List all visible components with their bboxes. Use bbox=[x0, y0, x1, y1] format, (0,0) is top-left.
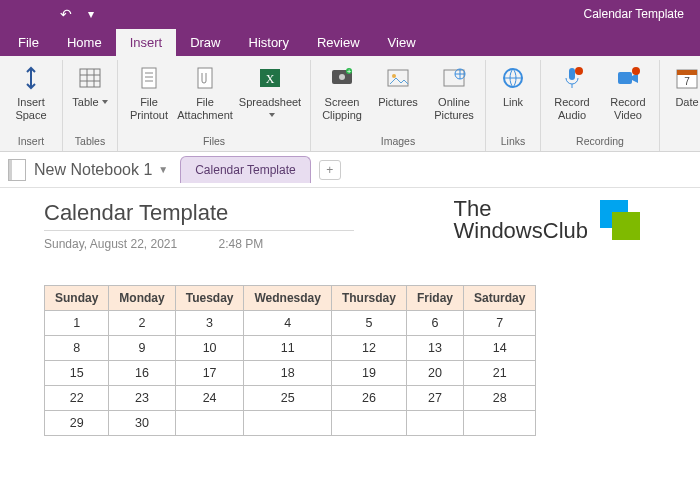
file-attach-icon bbox=[191, 62, 219, 94]
cal-cell[interactable]: 3 bbox=[175, 311, 244, 336]
tab-history[interactable]: History bbox=[235, 29, 303, 56]
watermark-brand: The WindowsClub bbox=[454, 198, 641, 242]
cal-cell[interactable]: 28 bbox=[463, 386, 535, 411]
cal-cell[interactable]: 7 bbox=[463, 311, 535, 336]
cal-cell[interactable]: 6 bbox=[406, 311, 463, 336]
svg-point-17 bbox=[632, 67, 640, 75]
insert-space-button[interactable]: InsertSpace bbox=[6, 60, 56, 121]
cal-cell[interactable]: 11 bbox=[244, 336, 331, 361]
table-row: 1234567 bbox=[45, 311, 536, 336]
cal-header: Tuesday bbox=[175, 286, 244, 311]
cal-cell[interactable]: 15 bbox=[45, 361, 109, 386]
ribbon-group-images: +ScreenClippingPicturesOnlinePicturesIma… bbox=[311, 60, 486, 151]
ribbon-group-files: FilePrintoutFileAttachmentXSpreadsheetFi… bbox=[118, 60, 311, 151]
cal-header: Monday bbox=[109, 286, 175, 311]
cal-cell[interactable]: 4 bbox=[244, 311, 331, 336]
quick-access-toolbar: ↶ ▾ bbox=[60, 6, 94, 22]
cal-cell[interactable]: 23 bbox=[109, 386, 175, 411]
cal-cell[interactable]: 16 bbox=[109, 361, 175, 386]
cal-cell[interactable] bbox=[406, 411, 463, 436]
svg-rect-14 bbox=[569, 68, 575, 80]
ribbon-tabs: File Home Insert Draw History Review Vie… bbox=[0, 28, 700, 56]
link-button[interactable]: Link bbox=[492, 60, 534, 109]
cal-cell[interactable]: 1 bbox=[45, 311, 109, 336]
tab-view[interactable]: View bbox=[374, 29, 430, 56]
spreadsheet-button[interactable]: XSpreadsheet bbox=[236, 60, 304, 121]
screen-clipping-label: ScreenClipping bbox=[322, 96, 362, 121]
group-label: Recording bbox=[547, 133, 653, 149]
tab-insert[interactable]: Insert bbox=[116, 29, 177, 56]
svg-text:7: 7 bbox=[684, 76, 690, 87]
cal-cell[interactable] bbox=[175, 411, 244, 436]
notebook-dropdown-icon[interactable]: ▼ bbox=[158, 164, 168, 175]
cal-cell[interactable]: 14 bbox=[463, 336, 535, 361]
record-video-button[interactable]: RecordVideo bbox=[603, 60, 653, 121]
svg-rect-1 bbox=[142, 68, 156, 88]
cal-cell[interactable]: 10 bbox=[175, 336, 244, 361]
group-label: Files bbox=[124, 133, 304, 149]
title-rule bbox=[44, 230, 354, 231]
tab-home[interactable]: Home bbox=[53, 29, 116, 56]
group-label: Insert bbox=[6, 133, 56, 149]
cal-cell[interactable]: 17 bbox=[175, 361, 244, 386]
cal-cell[interactable] bbox=[331, 411, 406, 436]
cal-cell[interactable]: 2 bbox=[109, 311, 175, 336]
notebook-name[interactable]: New Notebook 1 bbox=[34, 161, 152, 179]
cal-cell[interactable]: 25 bbox=[244, 386, 331, 411]
ribbon-group-insert: InsertSpaceInsert bbox=[0, 60, 63, 151]
page-tab-calendar-template[interactable]: Calendar Template bbox=[180, 156, 311, 183]
cal-cell[interactable]: 21 bbox=[463, 361, 535, 386]
ribbon-group-misc: 7Date bbox=[660, 60, 700, 151]
file-printout-button[interactable]: FilePrintout bbox=[124, 60, 174, 121]
cal-cell[interactable]: 22 bbox=[45, 386, 109, 411]
svg-rect-16 bbox=[618, 72, 632, 84]
calendar-table[interactable]: SundayMondayTuesdayWednesdayThursdayFrid… bbox=[44, 285, 536, 436]
cal-cell[interactable] bbox=[244, 411, 331, 436]
online-pictures-label: OnlinePictures bbox=[434, 96, 474, 121]
table-label: Table bbox=[72, 96, 107, 109]
group-label: Images bbox=[317, 133, 479, 149]
cal-cell[interactable]: 29 bbox=[45, 411, 109, 436]
cal-cell[interactable]: 18 bbox=[244, 361, 331, 386]
tab-file[interactable]: File bbox=[4, 29, 53, 56]
qat-customize-icon[interactable]: ▾ bbox=[88, 7, 94, 21]
cal-header: Saturday bbox=[463, 286, 535, 311]
cal-cell[interactable] bbox=[463, 411, 535, 436]
online-pictures-button[interactable]: OnlinePictures bbox=[429, 60, 479, 121]
date-button[interactable]: 7Date bbox=[666, 60, 700, 109]
group-label: Links bbox=[492, 133, 534, 149]
date-icon: 7 bbox=[673, 62, 700, 94]
cal-cell[interactable]: 9 bbox=[109, 336, 175, 361]
tab-review[interactable]: Review bbox=[303, 29, 374, 56]
pictures-button[interactable]: Pictures bbox=[373, 60, 423, 109]
table-row: 2930 bbox=[45, 411, 536, 436]
file-attach-button[interactable]: FileAttachment bbox=[180, 60, 230, 121]
cal-cell[interactable]: 20 bbox=[406, 361, 463, 386]
tab-draw[interactable]: Draw bbox=[176, 29, 234, 56]
brand-logo-icon bbox=[600, 200, 640, 240]
cal-cell[interactable]: 13 bbox=[406, 336, 463, 361]
spreadsheet-label: Spreadsheet bbox=[236, 96, 304, 121]
cal-cell[interactable]: 27 bbox=[406, 386, 463, 411]
cal-cell[interactable]: 26 bbox=[331, 386, 406, 411]
pictures-label: Pictures bbox=[378, 96, 418, 109]
page-date: Sunday, August 22, 2021 bbox=[44, 237, 177, 251]
ribbon-group-recording: RecordAudioRecordVideoRecording bbox=[541, 60, 660, 151]
undo-icon[interactable]: ↶ bbox=[60, 6, 72, 22]
screen-clipping-button[interactable]: +ScreenClipping bbox=[317, 60, 367, 121]
pictures-icon bbox=[384, 62, 412, 94]
notebook-icon[interactable] bbox=[8, 159, 26, 181]
cal-cell[interactable]: 8 bbox=[45, 336, 109, 361]
add-page-button[interactable]: + bbox=[319, 160, 341, 180]
cal-cell[interactable]: 30 bbox=[109, 411, 175, 436]
table-button[interactable]: Table bbox=[69, 60, 111, 109]
notebook-bar: New Notebook 1 ▼ Calendar Template + bbox=[0, 152, 700, 188]
brand-line2: WindowsClub bbox=[454, 218, 589, 243]
cal-cell[interactable]: 24 bbox=[175, 386, 244, 411]
cal-cell[interactable]: 12 bbox=[331, 336, 406, 361]
cal-cell[interactable]: 5 bbox=[331, 311, 406, 336]
group-label bbox=[666, 145, 700, 149]
svg-text:+: + bbox=[347, 67, 352, 76]
cal-cell[interactable]: 19 bbox=[331, 361, 406, 386]
record-audio-button[interactable]: RecordAudio bbox=[547, 60, 597, 121]
